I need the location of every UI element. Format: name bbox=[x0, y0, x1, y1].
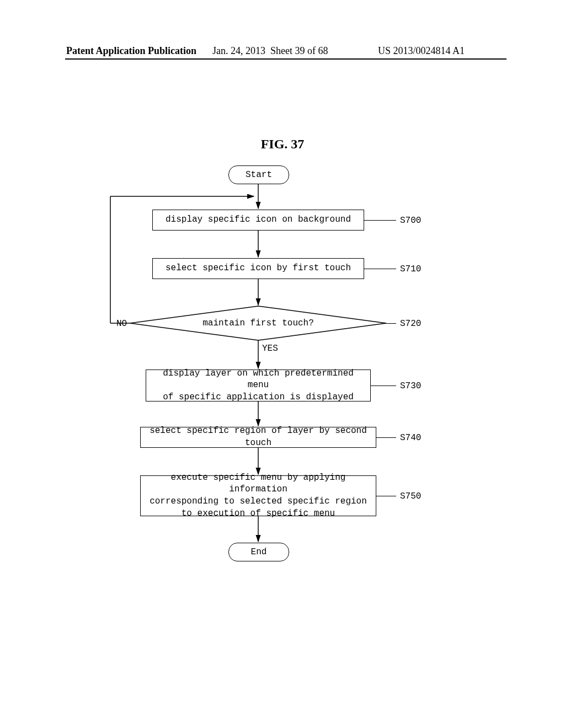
process-s740: select specific region of layer by secon… bbox=[140, 427, 376, 448]
header-date: Jan. 24, 2013 Sheet 39 of 68 bbox=[212, 45, 328, 57]
connector-dash bbox=[386, 323, 396, 324]
header-pubno: US 2013/0024814 A1 bbox=[378, 45, 465, 57]
header-rule bbox=[65, 58, 507, 60]
step-label-s710: S710 bbox=[400, 264, 421, 274]
process-s730: display layer on which predetermined men… bbox=[146, 370, 371, 402]
connector-dash bbox=[371, 386, 396, 386]
terminal-end: End bbox=[228, 543, 289, 561]
figure-title: FIG. 37 bbox=[0, 137, 565, 152]
terminal-start: Start bbox=[228, 165, 289, 184]
connector-dash bbox=[376, 496, 396, 496]
connector-dash bbox=[364, 220, 396, 221]
header-left: Patent Application Publication bbox=[66, 45, 196, 57]
connector-dash bbox=[364, 269, 396, 269]
step-label-s720: S720 bbox=[400, 319, 421, 329]
branch-yes: YES bbox=[262, 344, 278, 354]
decision-s720-text: maintain first touch? bbox=[0, 318, 516, 328]
step-label-s730: S730 bbox=[400, 381, 421, 391]
process-s710: select specific icon by first touch bbox=[152, 258, 364, 279]
process-s700: display specific icon on background bbox=[152, 210, 364, 231]
step-label-s700: S700 bbox=[400, 216, 421, 226]
step-label-s750: S750 bbox=[400, 491, 421, 501]
connector-dash bbox=[376, 437, 396, 438]
branch-no: NO bbox=[116, 319, 127, 329]
process-s750: execute specific menu by applying inform… bbox=[140, 475, 376, 516]
step-label-s740: S740 bbox=[400, 433, 421, 443]
